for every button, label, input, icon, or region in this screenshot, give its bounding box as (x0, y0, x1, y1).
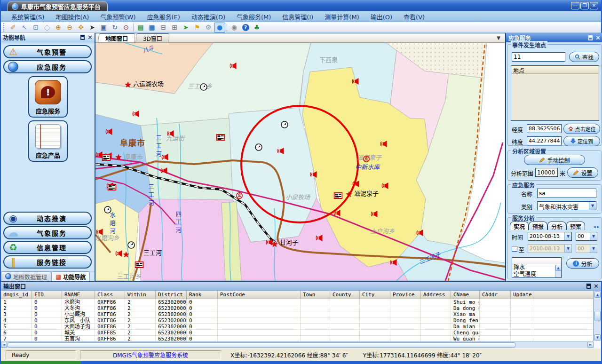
column-header-Update[interactable]: Update (511, 291, 534, 299)
help-icon[interactable]: ? (240, 23, 251, 32)
table-row[interactable]: 60城关0XFF8526523020000Cheng guan (1, 330, 593, 336)
zoom-out-icon[interactable]: ⊖ (64, 23, 75, 32)
big-button-notepad[interactable]: 应急产品 (28, 120, 68, 162)
map-window-menu-button[interactable]: ▼ (497, 35, 500, 40)
map-canvas[interactable]: 八斗下西泉三工河乡六运湖农场九运街阜康市阜康市滋泥泉子中新水库滋泥泉子小泉牧场上… (95, 43, 505, 281)
settings-icon[interactable]: ⚙ (203, 23, 214, 32)
column-header-County[interactable]: County (330, 291, 360, 299)
column-header-RNAME[interactable]: RNAME (62, 291, 95, 299)
scrollbar-thumb[interactable] (8, 342, 515, 348)
menu-item-地图操作[interactable]: 地图操作(A) (50, 11, 95, 22)
full-extent-icon[interactable]: ▣ (98, 23, 109, 32)
longitude-input[interactable] (527, 124, 562, 133)
menu-item-动态推演[interactable]: 动态推演(D) (186, 11, 231, 22)
refresh-icon[interactable]: ↻ (109, 23, 120, 32)
menu-item-系统管理[interactable]: 系统管理(S) (6, 11, 50, 22)
table-row[interactable]: 10水磨沟0XFF8626523020000Shui mo gou (1, 299, 593, 305)
select-feature-icon[interactable]: ➤ (180, 23, 191, 32)
pin-icon[interactable] (80, 35, 85, 40)
pin-icon[interactable] (588, 35, 593, 40)
menu-item-测量计算[interactable]: 测量计算(M) (319, 11, 364, 22)
sidebar-nav-reel[interactable]: ◉动态推演 (3, 212, 92, 225)
column-header-Address[interactable]: Address (421, 291, 451, 299)
to-checkbox[interactable] (512, 246, 517, 252)
menu-item-输出[interactable]: 输出(O) (365, 11, 398, 22)
sidebar-nav-globe[interactable]: 应急服务 (3, 60, 92, 73)
scroll-left-icon[interactable]: ◄ (1, 342, 7, 348)
date-to-select[interactable]: 2010-08-13 ▼ (528, 244, 572, 253)
horizontal-scrollbar[interactable]: ◄ ► (1, 341, 594, 348)
close-icon[interactable]: ✕ (595, 35, 601, 41)
column-header-Within[interactable]: Within (125, 291, 156, 299)
hour-to-select[interactable]: 00 ▼ (576, 244, 597, 253)
analysis-tab-1[interactable]: 实况 (510, 222, 529, 230)
tab-scroll-buttons[interactable]: ◂ ▸ (594, 224, 599, 229)
scroll-right-icon[interactable]: ► (587, 342, 594, 348)
service-name-input[interactable] (537, 189, 596, 198)
table-row[interactable]: 70五官沟0XFF8626523020000Wu guan gou (1, 336, 593, 341)
sidebar-tab-globe2[interactable]: 地图数据管理 (1, 271, 51, 281)
layers-icon[interactable]: ▤ (135, 23, 146, 32)
menu-item-气象服务[interactable]: 气象服务(M) (231, 11, 277, 22)
close-button[interactable]: ✕ (590, 2, 598, 9)
table-row[interactable]: 20大冬沟0XFF8626523020000Da dong gou (1, 305, 593, 311)
search-button[interactable]: 查找 (569, 52, 599, 62)
map-tab-active[interactable]: 地图窗口 (98, 33, 135, 42)
location-list[interactable]: 地点 (511, 65, 599, 121)
sidebar-nav-info[interactable]: ♻信息管理 (3, 241, 92, 254)
analysis-range-input[interactable] (535, 168, 558, 177)
column-header-PostCode[interactable]: PostCode (218, 291, 301, 299)
sidebar-nav-cloud[interactable]: ☁气象服务 (3, 226, 92, 239)
print-icon[interactable]: ⊟ (158, 23, 169, 32)
measure-icon[interactable]: ✐ (8, 23, 19, 32)
table-row[interactable]: 40东风一小队0XFF8626523020000Dong fen... (1, 317, 593, 324)
weather-list-item[interactable]: 降水 (512, 264, 555, 271)
analysis-tab-2[interactable]: 预报 (529, 222, 547, 230)
analysis-tab-4[interactable]: 预案 (566, 222, 585, 230)
scroll-up-icon[interactable]: ▲ (555, 265, 562, 271)
scroll-up-icon[interactable]: ▲ (594, 292, 601, 298)
close-icon[interactable]: ✕ (87, 34, 93, 40)
scrollbar-thumb[interactable] (594, 311, 601, 321)
column-header-FID[interactable]: FID (32, 291, 62, 299)
toolbar-grip[interactable] (3, 23, 6, 32)
maximize-button[interactable]: ❐ (580, 2, 589, 9)
globe-tool-icon[interactable]: ● (214, 23, 225, 32)
pin-icon[interactable] (586, 284, 591, 289)
table-row[interactable]: 50大面场子沟0XFF8626523020000Da mian ... (1, 324, 593, 330)
column-header-Class[interactable]: Class (95, 291, 125, 299)
minimize-button[interactable]: — (571, 2, 579, 9)
weather-element-list[interactable]: 降水空气温度 ▲ (512, 257, 562, 278)
identify-icon[interactable]: ⊙ (120, 23, 132, 32)
zoom-in-icon[interactable]: ⊕ (53, 23, 64, 32)
scroll-down-icon[interactable]: ▼ (594, 334, 601, 340)
menu-item-气象预警[interactable]: 气象预警(W) (95, 11, 141, 22)
column-header-CName[interactable]: CName (451, 291, 480, 299)
column-header-Town[interactable]: Town (301, 291, 330, 299)
goto-location-button[interactable]: 定位到 (563, 136, 600, 146)
column-header-dmgis_id[interactable]: dmgis_id (1, 291, 32, 299)
menu-item-信息管理[interactable]: 信息管理(I) (277, 11, 319, 22)
print-setup-icon[interactable]: ⊞ (169, 23, 180, 32)
scene-icon[interactable]: ♣ (251, 23, 262, 32)
menu-item-查看[interactable]: 查看(V) (398, 11, 430, 22)
pan-icon[interactable]: ✥ (75, 23, 87, 32)
export-map-icon[interactable]: ▦ (146, 23, 158, 32)
column-header-Provice[interactable]: Provice (390, 291, 421, 299)
vertical-scrollbar[interactable]: ▲ ▼ (594, 291, 601, 341)
select-rect-icon[interactable]: ⊡ (30, 23, 41, 32)
hour-select[interactable]: 00 ▼ (576, 232, 597, 241)
map-tab-inactive[interactable]: 3D窗口 (135, 33, 170, 42)
analysis-tab-3[interactable]: 分析 (547, 222, 566, 230)
service-type-select[interactable]: 气象和洪水灾害 ▼ (537, 201, 596, 210)
poi-icon[interactable]: ⚑ (191, 23, 203, 32)
weather-list-item[interactable]: 空气温度 (512, 271, 555, 277)
analyze-button[interactable]: i 分析 (566, 258, 599, 269)
sidebar-nav-warn[interactable]: ⚠气象预警 (3, 45, 92, 58)
click-locate-button[interactable]: 点击定位 (563, 124, 600, 134)
select-circle-icon[interactable]: ◌ (41, 23, 53, 32)
sidebar-tab-grid[interactable]: ▦功能导航 (51, 271, 90, 281)
table-row[interactable]: 30小马厩沟0XFF8626523020000Xiao ma ... (1, 311, 593, 317)
select-arrow-icon[interactable]: ↖ (19, 23, 30, 32)
close-icon[interactable]: ✕ (594, 283, 599, 289)
